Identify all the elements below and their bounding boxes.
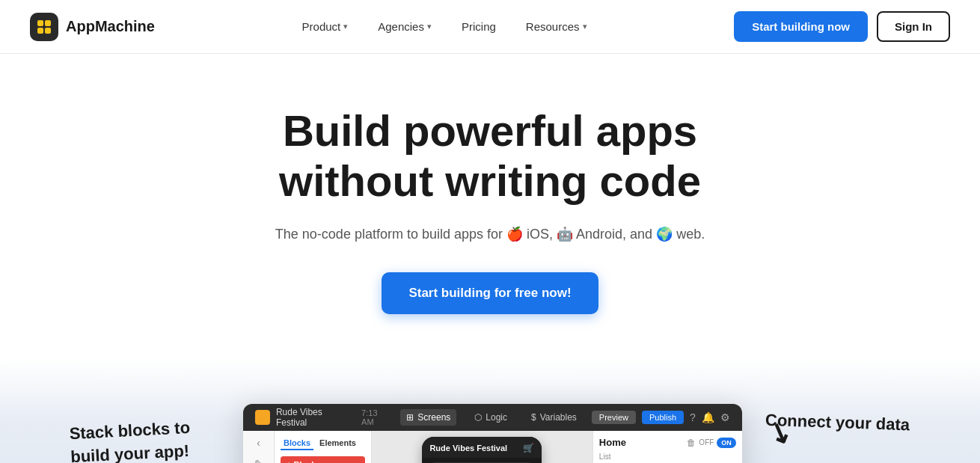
phone-app-title: Rude Vibes Festival: [429, 444, 507, 453]
phone-mockup: Rude Vibes Festival 🛒 🔍 Search the Festi…: [422, 437, 542, 463]
nav-pricing[interactable]: Pricing: [450, 14, 508, 39]
edit-icon[interactable]: ✎: [254, 458, 263, 463]
tab-screens[interactable]: ⊞ Screens: [400, 409, 456, 426]
toggle-off-label: OFF: [699, 438, 714, 447]
svg-rect-1: [45, 20, 51, 26]
demo-section: Stack blocks to build your app! ↩ Rude V…: [0, 359, 980, 463]
brand-logo[interactable]: AppMachine: [30, 13, 155, 41]
bell-icon[interactable]: 🔔: [702, 411, 714, 423]
panel-tabs: Blocks Elements: [281, 437, 365, 450]
back-icon[interactable]: ‹: [257, 437, 260, 449]
start-building-button[interactable]: Start building now: [734, 11, 868, 42]
hero-cta-button[interactable]: Start building for free now!: [382, 272, 598, 314]
navbar: AppMachine Product ▾ Agencies ▾ Pricing …: [0, 0, 980, 54]
app-body: ‹ ✎ ≡ 📁 Blocks Elements + Block App Them…: [243, 431, 742, 463]
help-icon[interactable]: ?: [690, 411, 696, 423]
tab-logic[interactable]: ⬡ Logic: [468, 409, 513, 426]
hero-headline: Build powerful apps without writing code: [15, 106, 965, 206]
demo-container: Stack blocks to build your app! ↩ Rude V…: [41, 404, 939, 463]
svg-rect-0: [37, 20, 43, 26]
tab-variables[interactable]: $ Variables: [525, 409, 583, 426]
app-screenshot: Rude Vibes Festival 7:13 AM ⊞ Screens ⬡ …: [243, 404, 742, 463]
right-panel: Home 🗑 OFF ON List Layout Design Events …: [592, 431, 742, 463]
hero-section: Build powerful apps without writing code…: [0, 54, 980, 359]
panel-tab-elements[interactable]: Elements: [316, 437, 359, 450]
preview-button[interactable]: Preview: [592, 411, 636, 424]
sign-in-button[interactable]: Sign In: [877, 11, 950, 42]
app-sidebar-icons: ‹ ✎ ≡ 📁: [243, 431, 275, 463]
brand-name: AppMachine: [66, 18, 155, 35]
nav-links: Product ▾ Agencies ▾ Pricing Resources ▾: [290, 14, 599, 39]
panel-tab-blocks[interactable]: Blocks: [281, 437, 313, 450]
project-time: 7:13 AM: [361, 408, 391, 426]
blocks-panel: Blocks Elements + Block App Theme Home: [275, 431, 372, 463]
logic-icon: ⬡: [474, 412, 482, 423]
nav-actions: Start building now Sign In: [734, 11, 950, 42]
app-topbar-logo: [255, 410, 270, 425]
chevron-down-icon: ▾: [427, 22, 432, 31]
annotation-right: Connect your data ↙: [763, 409, 910, 463]
variables-icon: $: [531, 412, 536, 423]
publish-button[interactable]: Publish: [642, 411, 684, 424]
project-name: Rude Vibes Festival: [276, 407, 355, 428]
nav-resources[interactable]: Resources ▾: [514, 14, 599, 39]
phone-cart-icon: 🛒: [523, 443, 534, 453]
phone-topbar: Rude Vibes Festival 🛒: [422, 437, 542, 458]
svg-rect-3: [45, 28, 51, 34]
chevron-down-icon: ▾: [583, 22, 587, 31]
chevron-down-icon: ▾: [343, 22, 348, 31]
nav-agencies[interactable]: Agencies ▾: [366, 14, 444, 39]
screens-icon: ⊞: [406, 412, 414, 423]
right-panel-title: Home: [599, 437, 626, 448]
nav-product[interactable]: Product ▾: [290, 14, 361, 39]
trash-icon[interactable]: 🗑: [687, 438, 696, 448]
settings-icon[interactable]: ⚙: [720, 411, 730, 423]
app-topbar: Rude Vibes Festival 7:13 AM ⊞ Screens ⬡ …: [243, 404, 742, 431]
toggle-on-label[interactable]: ON: [717, 438, 736, 448]
right-panel-subtitle: List: [599, 453, 736, 461]
svg-rect-2: [37, 28, 43, 34]
hero-subtitle: The no-code platform to build apps for 🍎…: [15, 224, 965, 245]
right-panel-header: Home 🗑 OFF ON: [599, 437, 736, 448]
annotation-left: Stack blocks to build your app! ↩: [69, 415, 223, 463]
add-block-button[interactable]: + Block: [281, 456, 365, 463]
logo-icon: [30, 13, 58, 41]
app-center-canvas: Rude Vibes Festival 🛒 🔍 Search the Festi…: [372, 431, 592, 463]
